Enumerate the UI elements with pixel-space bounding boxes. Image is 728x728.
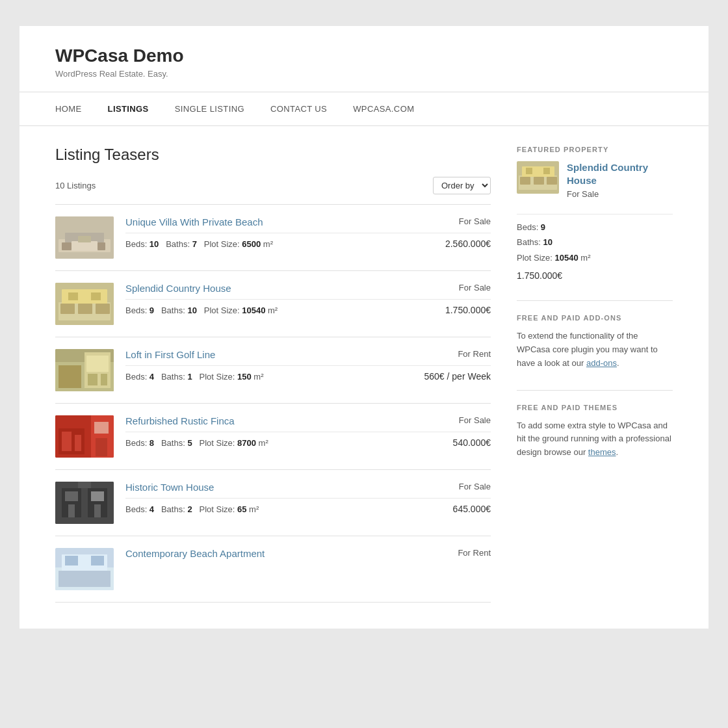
featured-specs: Beds: 9 Baths: 10 Plot Size: 10540 m² [517,220,673,265]
svg-rect-47 [520,177,530,185]
featured-title-link[interactable]: Splendid Country House [567,161,673,187]
listing-details-row: Beds: 4 Baths: 2 Plot Size: 65 m² 645.00… [125,504,491,514]
themes-section: FREE AND PAID THEMES To add some extra s… [517,390,673,460]
svg-rect-14 [91,292,101,300]
svg-rect-29 [96,438,107,456]
nav-home[interactable]: HOME [55,92,95,125]
listing-price: 560€ / per Week [424,371,491,382]
svg-rect-10 [78,304,92,314]
listing-title-link[interactable]: Loft in First Golf Line [125,349,215,360]
featured-thumbnail [517,161,559,194]
svg-rect-28 [75,435,81,451]
listing-thumbnail [55,415,114,458]
svg-rect-6 [98,242,105,250]
listings-header: 10 Listings Order by [55,177,491,194]
svg-rect-34 [65,491,78,501]
svg-rect-11 [96,304,110,314]
listing-thumbnail [55,548,114,590]
themes-section-title: FREE AND PAID THEMES [517,404,673,411]
featured-price: 1.750.000€ [517,270,673,281]
listing-info: Loft in First Golf Line For Rent Beds: 4… [125,349,491,382]
nav-wpcasa[interactable]: WPCASA.COM [340,92,427,125]
list-item: Unique Villa With Private Beach For Sale… [55,204,491,270]
listing-specs: Beds: 4 Baths: 2 Plot Size: 65 m² [125,504,259,514]
nav-single-listing[interactable]: SINGLE LISTING [162,92,257,125]
content-area: Listing Teasers 10 Listings Order by [20,126,708,603]
svg-rect-51 [526,168,532,174]
svg-rect-3 [72,241,98,251]
svg-rect-13 [68,292,78,300]
listing-specs: Beds: 4 Baths: 1 Plot Size: 150 m² [125,372,264,382]
listing-price: 645.000€ [453,504,491,514]
listing-thumbnail [55,283,114,325]
listing-title-link[interactable]: Refurbished Rustic Finca [125,415,235,426]
listing-info: Unique Villa With Private Beach For Sale… [125,216,491,249]
svg-rect-49 [547,177,557,185]
listing-specs: Beds: 8 Baths: 5 Plot Size: 8700 m² [125,438,268,448]
svg-rect-21 [101,374,107,385]
site-header: WPCasa Demo WordPress Real Estate. Easy. [20,26,708,92]
svg-rect-44 [91,556,104,566]
listing-price: 1.750.000€ [445,305,491,315]
list-item: Contemporary Beach Apartment For Rent [55,536,491,603]
listings-list: Unique Villa With Private Beach For Sale… [55,204,491,603]
page-wrapper: WPCasa Demo WordPress Real Estate. Easy.… [20,26,708,629]
main-content: Listing Teasers 10 Listings Order by [55,146,491,603]
listing-title-link[interactable]: Historic Town House [125,482,214,493]
featured-status: For Sale [567,189,673,199]
nav-listings[interactable]: LISTINGS [95,92,162,125]
listing-info: Historic Town House For Sale Beds: 4 Bat… [125,482,491,514]
featured-info: Splendid Country House For Sale [567,161,673,204]
svg-rect-41 [58,571,110,587]
featured-property: Splendid Country House For Sale [517,161,673,204]
listing-title-link[interactable]: Unique Villa With Private Beach [125,216,263,228]
addons-section-title: FREE AND PAID ADD-ONS [517,314,673,322]
listing-info: Splendid Country House For Sale Beds: 9 … [125,283,491,315]
addons-text: To extend the functionality of the WPCas… [517,330,673,370]
listing-status: For Rent [458,349,491,359]
svg-rect-36 [68,504,75,517]
listing-details-row: Beds: 4 Baths: 1 Plot Size: 150 m² 560€ … [125,371,491,382]
svg-rect-17 [58,365,81,388]
listing-title-link[interactable]: Splendid Country House [125,283,231,294]
list-item: Refurbished Rustic Finca For Sale Beds: … [55,403,491,469]
addons-section: FREE AND PAID ADD-ONS To extend the func… [517,300,673,370]
svg-rect-19 [86,356,109,372]
nav-contact-us[interactable]: CONTACT US [257,92,340,125]
svg-rect-25 [94,422,109,434]
order-by-select[interactable]: Order by [433,177,491,194]
svg-rect-5 [62,242,72,250]
listing-status: For Sale [459,283,491,292]
listing-status: For Sale [459,415,491,425]
svg-rect-27 [62,432,72,451]
listing-status: For Sale [459,216,491,226]
listing-details-row: Beds: 9 Baths: 10 Plot Size: 10540 m² 1.… [125,305,491,315]
svg-rect-48 [534,177,544,185]
listing-thumbnail [55,482,114,524]
list-item: Historic Town House For Sale Beds: 4 Bat… [55,469,491,536]
listing-specs: Beds: 10 Baths: 7 Plot Size: 6500 m² [125,239,273,249]
svg-rect-4 [78,236,91,242]
listing-details-row: Beds: 10 Baths: 7 Plot Size: 6500 m² 2.5… [125,239,491,249]
svg-rect-35 [91,491,104,501]
site-tagline: WordPress Real Estate. Easy. [55,69,673,79]
listing-specs: Beds: 9 Baths: 10 Plot Size: 10540 m² [125,306,278,315]
listing-info: Contemporary Beach Apartment For Rent [125,548,491,564]
listing-status: For Sale [459,482,491,491]
list-item: Splendid Country House For Sale Beds: 9 … [55,270,491,337]
page-heading: Listing Teasers [55,146,491,164]
listing-info: Refurbished Rustic Finca For Sale Beds: … [125,415,491,448]
themes-link[interactable]: themes [588,447,616,457]
listing-thumbnail [55,216,114,259]
svg-rect-9 [60,304,75,314]
svg-rect-37 [94,504,101,517]
list-item: Loft in First Golf Line For Rent Beds: 4… [55,337,491,403]
listing-title-link[interactable]: Contemporary Beach Apartment [125,548,265,559]
addons-link[interactable]: add-ons [586,358,617,368]
navigation: HOME LISTINGS SINGLE LISTING CONTACT US … [20,92,708,126]
themes-text: To add some extra style to WPCasa and hi… [517,419,673,460]
svg-rect-43 [65,556,78,566]
svg-rect-38 [78,482,91,488]
svg-rect-52 [543,168,550,174]
listings-count: 10 Listings [55,181,96,190]
